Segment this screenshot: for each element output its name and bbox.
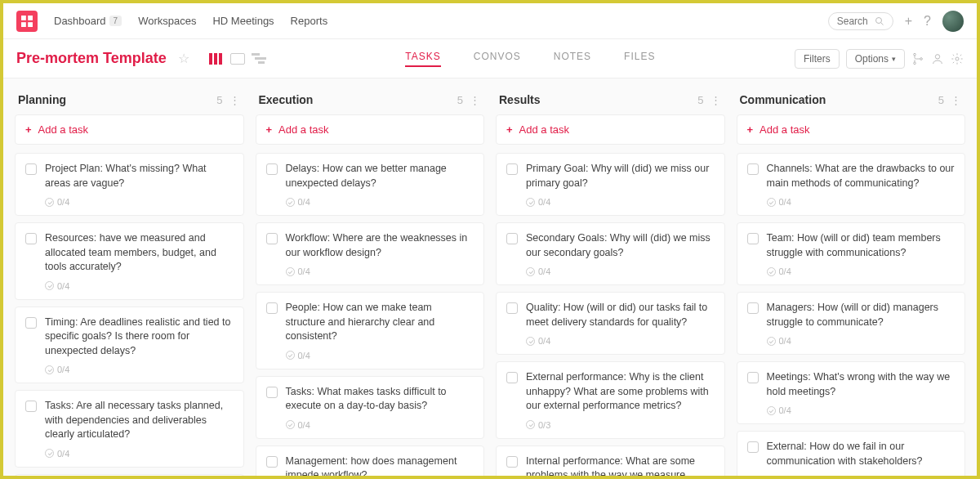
task-text: Delays: How can we better manage unexpec…	[286, 162, 474, 190]
task-card[interactable]: Workflow: Where are the weaknesses in ou…	[256, 222, 485, 285]
topbar-right: + ?	[828, 11, 964, 32]
timeline-view-icon[interactable]	[252, 53, 266, 65]
list-view-icon[interactable]	[230, 53, 245, 65]
plus-icon: +	[266, 123, 273, 136]
nav-dashboard[interactable]: Dashboard 7	[54, 15, 122, 27]
task-checkbox[interactable]	[266, 302, 278, 314]
subtask-icon	[286, 420, 295, 429]
task-text: Management: how does management impede w…	[286, 454, 474, 477]
subtask-icon	[767, 198, 776, 207]
subtask-icon	[526, 337, 535, 346]
task-checkbox[interactable]	[506, 163, 518, 175]
task-card[interactable]: Managers: How (will or did) managers str…	[737, 292, 966, 355]
task-card[interactable]: Quality: How (will or did) our tasks fai…	[496, 292, 725, 355]
column-menu-icon[interactable]: ⋮	[229, 94, 241, 106]
task-checkbox[interactable]	[747, 233, 759, 244]
task-checkbox[interactable]	[25, 233, 37, 244]
svg-point-10	[956, 57, 959, 60]
task-checkbox[interactable]	[25, 317, 37, 329]
subtask-icon	[286, 351, 295, 360]
subtask-count: 0/4	[57, 365, 69, 374]
tab-files[interactable]: FILES	[624, 51, 655, 67]
card-footer: 0/4	[526, 197, 715, 207]
avatar[interactable]	[942, 11, 964, 32]
star-icon[interactable]: ☆	[178, 51, 189, 66]
subtask-count: 0/4	[298, 197, 310, 207]
task-card[interactable]: Resources: have we measured and allocate…	[15, 222, 244, 300]
subtask-icon	[286, 198, 295, 207]
card-list: Delays: How can we better manage unexpec…	[256, 153, 485, 476]
task-checkbox[interactable]	[266, 233, 278, 244]
gear-icon[interactable]	[951, 52, 964, 65]
column-menu-icon[interactable]: ⋮	[470, 94, 481, 106]
card-list: Channels: What are the drawbacks to our …	[737, 153, 966, 476]
search-box[interactable]	[828, 12, 893, 30]
task-text: Tasks: What makes tasks difficult to exe…	[286, 385, 474, 414]
column-menu-icon[interactable]: ⋮	[710, 94, 722, 106]
task-card[interactable]: Secondary Goals: Why will (did) we miss …	[496, 222, 725, 285]
task-checkbox[interactable]	[266, 163, 278, 175]
app-logo[interactable]	[16, 11, 38, 32]
options-button[interactable]: Options▾	[846, 49, 905, 69]
task-card[interactable]: Management: how does management impede w…	[256, 445, 485, 477]
task-checkbox[interactable]	[747, 302, 759, 314]
task-card[interactable]: Documentation: Is our documentation syst…	[15, 474, 244, 477]
nav-workspaces[interactable]: Workspaces	[138, 15, 196, 27]
help-icon[interactable]: ?	[924, 14, 931, 29]
task-card[interactable]: Team: How (will or did) team members str…	[737, 222, 966, 285]
svg-rect-2	[21, 22, 26, 27]
card-top: Secondary Goals: Why will (did) we miss …	[506, 231, 715, 260]
task-card[interactable]: Tasks: Are all necessary tasks planned, …	[15, 390, 244, 468]
task-checkbox[interactable]	[266, 387, 278, 398]
search-input[interactable]	[837, 16, 870, 27]
tab-tasks[interactable]: TASKS	[405, 51, 440, 67]
subtask-count: 0/4	[779, 197, 791, 207]
task-card[interactable]: Project Plan: What's missing? What areas…	[15, 153, 244, 216]
column-meta: 5 ⋮	[216, 94, 240, 106]
nav-reports[interactable]: Reports	[291, 15, 328, 27]
task-card[interactable]: External: How do we fail in our communic…	[737, 431, 966, 476]
subtask-icon	[767, 267, 776, 276]
nav-label: Dashboard	[54, 15, 106, 27]
svg-point-7	[914, 62, 916, 65]
task-checkbox[interactable]	[506, 302, 518, 314]
people-icon[interactable]	[931, 52, 944, 65]
column-header: Planning 5 ⋮	[15, 90, 244, 114]
task-checkbox[interactable]	[506, 233, 518, 244]
plus-icon: +	[747, 123, 754, 136]
board-view-icon[interactable]	[209, 53, 224, 65]
task-card[interactable]: Timing: Are deadlines realistic and tied…	[15, 307, 244, 384]
task-card[interactable]: Delays: How can we better manage unexpec…	[256, 153, 485, 216]
column-header: Communication 5 ⋮	[737, 90, 966, 114]
task-card[interactable]: External performance: Why is the client …	[496, 361, 725, 439]
task-card[interactable]: Meetings: What's wrong with the way we h…	[737, 361, 966, 424]
filters-button[interactable]: Filters	[795, 49, 840, 69]
branch-icon[interactable]	[911, 52, 924, 65]
task-checkbox[interactable]	[506, 456, 518, 468]
add-task-button[interactable]: +Add a task	[15, 114, 244, 145]
add-task-button[interactable]: +Add a task	[256, 114, 485, 145]
card-top: Resources: have we measured and allocate…	[25, 231, 234, 275]
tab-notes[interactable]: NOTES	[554, 51, 591, 67]
task-checkbox[interactable]	[747, 372, 759, 383]
task-card[interactable]: Primary Goal: Why will (did) we miss our…	[496, 153, 725, 216]
task-checkbox[interactable]	[747, 163, 759, 175]
nav-meetings[interactable]: HD Meetings	[212, 15, 274, 27]
card-footer: 0/4	[45, 365, 234, 374]
subtask-count: 0/4	[779, 336, 791, 346]
task-checkbox[interactable]	[266, 456, 278, 468]
add-icon[interactable]: +	[905, 14, 912, 29]
task-card[interactable]: Internal performance: What are some prob…	[496, 445, 725, 477]
column-menu-icon[interactable]: ⋮	[951, 94, 962, 106]
task-card[interactable]: People: How can we make team structure a…	[256, 292, 485, 369]
task-checkbox[interactable]	[25, 163, 37, 175]
task-text: People: How can we make team structure a…	[286, 301, 474, 344]
add-task-button[interactable]: +Add a task	[496, 114, 725, 145]
task-card[interactable]: Tasks: What makes tasks difficult to exe…	[256, 376, 485, 439]
task-card[interactable]: Channels: What are the drawbacks to our …	[737, 153, 966, 216]
add-task-button[interactable]: +Add a task	[737, 114, 966, 145]
tab-convos[interactable]: CONVOS	[474, 51, 521, 67]
task-checkbox[interactable]	[25, 401, 37, 412]
task-checkbox[interactable]	[747, 441, 759, 453]
task-checkbox[interactable]	[506, 372, 518, 383]
